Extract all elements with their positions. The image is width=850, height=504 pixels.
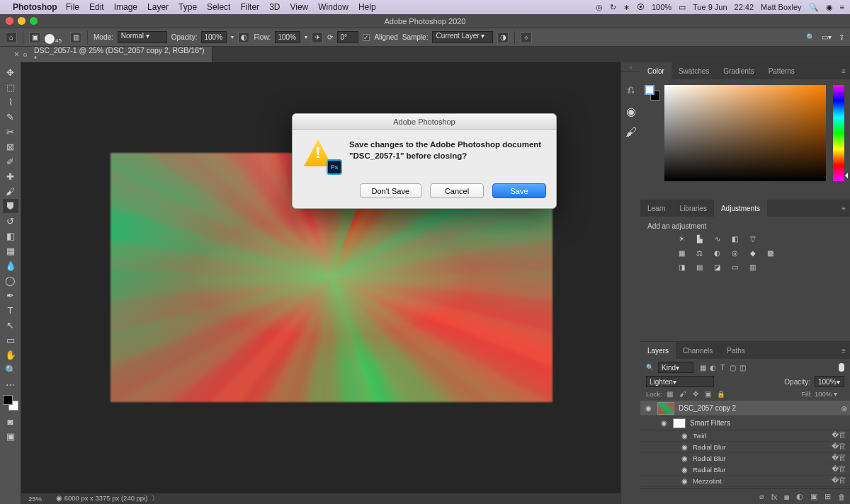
dialog-title: Adobe Photoshop [293,114,556,130]
save-button[interactable]: Save [492,183,546,198]
photoshop-badge-icon: Ps [327,159,342,175]
cancel-button[interactable]: Cancel [430,183,484,198]
dont-save-button[interactable]: Don't Save [360,183,421,198]
save-changes-dialog: Adobe Photoshop Ps Save changes to the A… [292,113,557,209]
dialog-message: Save changes to the Adobe Photoshop docu… [349,139,545,172]
